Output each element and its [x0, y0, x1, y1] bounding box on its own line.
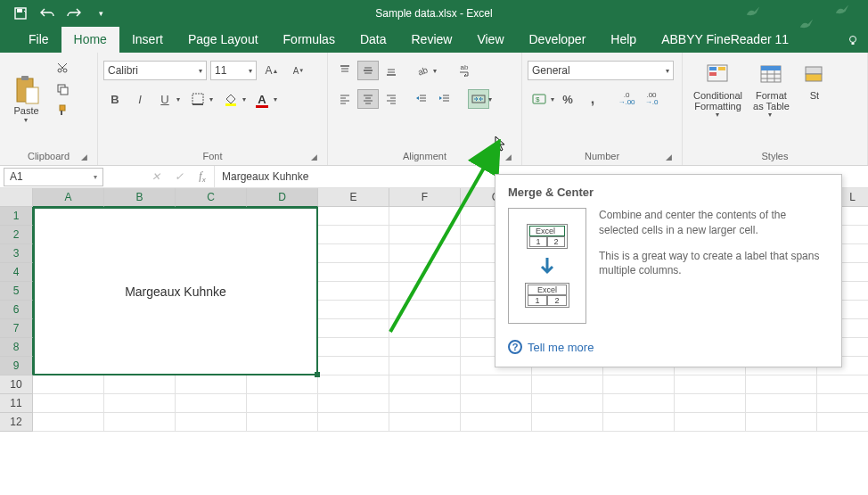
cell-styles-button[interactable]: St	[795, 58, 829, 147]
tell-me-more-link[interactable]: ? Tell me more	[508, 340, 829, 354]
cell[interactable]	[675, 413, 746, 432]
column-header[interactable]: A	[33, 188, 104, 207]
border-button[interactable]	[187, 89, 209, 109]
font-size-combo[interactable]: 11▾	[210, 61, 257, 80]
merge-center-button[interactable]	[468, 89, 489, 109]
number-format-combo[interactable]: General▾	[528, 61, 674, 80]
cancel-formula-button[interactable]: ✕	[144, 168, 168, 186]
tab-review[interactable]: Review	[399, 27, 465, 53]
cell[interactable]	[389, 244, 461, 263]
cell[interactable]	[817, 413, 868, 432]
cell[interactable]	[817, 375, 868, 394]
decrease-indent-button[interactable]	[411, 89, 432, 109]
cell[interactable]	[318, 301, 389, 319]
cell[interactable]	[247, 394, 318, 413]
cell[interactable]	[532, 394, 603, 413]
cell[interactable]	[461, 413, 532, 432]
cell[interactable]	[461, 375, 532, 394]
tab-developer[interactable]: Developer	[517, 27, 599, 53]
cell[interactable]	[532, 375, 603, 394]
italic-button[interactable]: I	[129, 89, 151, 109]
row-header[interactable]: 6	[0, 301, 33, 319]
cell[interactable]	[532, 413, 603, 432]
decrease-decimal-button[interactable]: .00→.0	[641, 89, 662, 109]
cell[interactable]	[389, 357, 461, 375]
increase-indent-button[interactable]	[434, 89, 455, 109]
name-box[interactable]: A1 ▾	[4, 168, 103, 186]
cell[interactable]	[461, 394, 532, 413]
cell[interactable]	[603, 394, 675, 413]
format-as-table-button[interactable]: Formatas Table▾	[748, 58, 795, 147]
align-bottom-button[interactable]	[381, 61, 402, 80]
row-header[interactable]: 1	[0, 207, 33, 226]
cell[interactable]	[389, 338, 461, 357]
cell[interactable]	[389, 226, 461, 244]
percent-button[interactable]: %	[557, 89, 578, 109]
alignment-launcher[interactable]: ◢	[502, 151, 514, 163]
underline-button[interactable]: U	[154, 89, 176, 109]
merged-cell[interactable]: Margeaux Kuhnke	[33, 207, 318, 375]
tell-me-search[interactable]	[838, 35, 868, 53]
cell[interactable]	[104, 394, 176, 413]
cell[interactable]	[318, 375, 389, 394]
tab-file[interactable]: File	[16, 27, 61, 53]
conditional-formatting-button[interactable]: ConditionalFormatting▾	[688, 58, 748, 147]
align-center-button[interactable]	[357, 89, 379, 109]
column-header[interactable]: B	[104, 188, 176, 207]
clipboard-launcher[interactable]: ◢	[78, 151, 90, 163]
tab-abbyy[interactable]: ABBYY FineReader 11	[649, 27, 801, 53]
tab-page-layout[interactable]: Page Layout	[176, 27, 271, 53]
cell[interactable]	[746, 394, 817, 413]
cell[interactable]	[318, 357, 389, 375]
cell[interactable]	[318, 413, 389, 432]
cell[interactable]	[389, 301, 461, 319]
tab-help[interactable]: Help	[598, 27, 649, 53]
cell[interactable]	[675, 394, 746, 413]
column-header[interactable]: D	[247, 188, 318, 207]
align-top-button[interactable]	[334, 61, 356, 80]
cell[interactable]	[389, 263, 461, 282]
tab-formulas[interactable]: Formulas	[271, 27, 348, 53]
cell[interactable]	[318, 263, 389, 282]
cell[interactable]	[603, 413, 675, 432]
row-header[interactable]: 12	[0, 413, 33, 432]
row-header[interactable]: 4	[0, 263, 33, 282]
cell[interactable]	[33, 413, 104, 432]
cell[interactable]	[176, 413, 247, 432]
insert-function-button[interactable]: fx	[191, 168, 214, 186]
copy-button[interactable]	[52, 79, 73, 99]
cell[interactable]	[247, 375, 318, 394]
row-header[interactable]: 2	[0, 226, 33, 244]
row-header[interactable]: 7	[0, 319, 33, 338]
undo-button[interactable]	[34, 0, 61, 26]
select-all-button[interactable]	[0, 188, 33, 207]
align-middle-button[interactable]	[357, 61, 379, 80]
qat-customize-button[interactable]: ▾	[87, 0, 114, 26]
tab-view[interactable]: View	[464, 27, 516, 53]
paste-button[interactable]: Paste ▾	[5, 56, 47, 142]
cell[interactable]	[389, 375, 461, 394]
redo-button[interactable]	[61, 0, 87, 26]
cell[interactable]	[389, 394, 461, 413]
tab-insert[interactable]: Insert	[119, 27, 176, 53]
cell[interactable]	[318, 207, 389, 226]
cell[interactable]	[176, 394, 247, 413]
cell[interactable]	[389, 207, 461, 226]
cell[interactable]	[389, 282, 461, 301]
format-painter-button[interactable]	[52, 101, 73, 120]
chevron-down-icon[interactable]: ▾	[488, 95, 492, 103]
cut-button[interactable]	[52, 58, 73, 78]
cell[interactable]	[318, 282, 389, 301]
bold-button[interactable]: B	[104, 89, 126, 109]
row-header[interactable]: 8	[0, 338, 33, 357]
cell[interactable]	[318, 338, 389, 357]
tab-home[interactable]: Home	[61, 27, 119, 53]
row-header[interactable]: 11	[0, 394, 33, 413]
align-left-button[interactable]	[334, 89, 356, 109]
cell[interactable]	[389, 319, 461, 338]
increase-decimal-button[interactable]: .0→.00	[616, 89, 637, 109]
accounting-format-button[interactable]: $	[528, 89, 550, 109]
font-launcher[interactable]: ◢	[307, 151, 320, 163]
cell[interactable]	[603, 375, 675, 394]
cell[interactable]	[746, 413, 817, 432]
